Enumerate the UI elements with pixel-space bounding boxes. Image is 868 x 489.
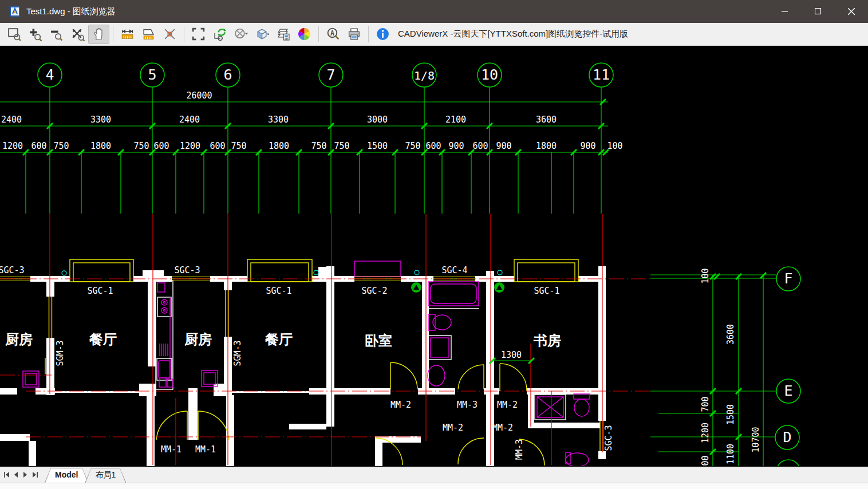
snap-button[interactable] [159,25,180,44]
dim-label: 10700 [751,427,761,452]
toolbar-separator [184,26,184,42]
dim-label: 100 [607,141,622,151]
toolbar-separator [113,26,113,42]
zoom-out-button[interactable] [46,25,67,44]
tag-label: MM-2 [497,400,518,410]
dim-label: 700 [700,396,711,412]
find-text-icon: A [326,27,340,41]
zoom-in-button[interactable] [25,25,46,44]
dim-label: 3000 [367,115,388,125]
disable-entity-button[interactable] [230,25,251,44]
axis-bubble-label: 10 [481,66,498,83]
dim-label: 1800 [269,141,289,151]
measure-area-icon [141,27,156,41]
tag-label: MM-1 [195,444,216,455]
axis-bubble-label: 5 [148,66,156,83]
tag-label: SGC-4 [441,265,467,275]
dim-label: 600 [153,141,169,151]
first-sheet-button[interactable] [2,468,11,481]
marker-circle [415,270,419,275]
dim-label: 900 [496,141,511,151]
zoom-extents-button[interactable] [67,25,88,44]
dim-label: 750 [53,141,69,151]
dim-label: 1800 [536,141,557,151]
dim-label: 3300 [90,115,111,125]
drawing-canvas[interactable]: 2600024003300240033003000210036001200600… [0,46,868,467]
axis-bubble-label: 11 [593,66,610,83]
svg-text:A: A [330,29,334,37]
tag-label: MM-3 [514,439,524,460]
zoom-window-icon [7,27,21,41]
dim-label: 3600 [536,115,557,125]
dim-label: 600 [210,141,225,151]
window-title: Test1.dwg - 图纸浏览器 [26,6,116,17]
measure-area-button[interactable] [138,25,159,44]
find-text-button[interactable]: A [322,25,344,44]
marker-circle [62,271,66,275]
dim-label: 1200 [180,141,200,151]
layers-icon [276,27,290,41]
dim-label: 1500 [725,404,736,425]
dim-label: 2400 [179,115,200,125]
colors-button[interactable] [294,25,315,44]
app-icon [9,6,21,17]
minimize-button[interactable] [768,0,802,23]
toolbar-separator [368,26,369,42]
dim-label: 1200 [700,423,711,443]
pan-icon [92,27,106,41]
pan-button[interactable] [88,25,109,44]
axis-bubble-label: 4 [45,66,54,83]
zoom-extents-icon [70,27,85,41]
view-3d-icon [255,27,269,41]
tag-label: SGM-3 [55,340,65,366]
dim-label: 750 [231,141,246,151]
room-label: 厨房 [184,332,212,348]
marker-circle [498,270,502,275]
room-label: 书房 [533,333,561,349]
measure-length-icon [120,27,135,41]
axis-bubble-label: 1/8 [414,69,435,82]
zoom-window-button[interactable] [3,25,25,44]
next-sheet-button[interactable] [21,468,30,481]
layers-button[interactable] [273,25,294,44]
tag-label: MM-2 [492,423,513,433]
close-button[interactable] [835,0,868,23]
tab-layout1[interactable]: 布局1 [85,468,126,483]
about-button[interactable] [372,25,393,44]
tab-model[interactable]: Model [45,468,88,483]
axis-bubble-label: 6 [223,66,232,83]
last-sheet-button[interactable] [30,468,39,481]
tag-label: MM-3 [457,400,478,410]
tag-label: SGC-3 [174,265,200,275]
move-rotate-button[interactable] [209,25,230,44]
select-window-icon [191,27,206,41]
measure-length-button[interactable] [117,25,138,44]
print-icon [347,27,361,41]
maximize-button[interactable] [802,0,835,23]
status-strip [0,483,868,489]
room-label: 厨房 [5,332,33,348]
print-button[interactable] [344,25,365,44]
dim-label: 2100 [445,115,466,125]
dim-label: 700 [700,455,711,466]
dim-label: 100 [700,268,711,283]
dim-label: 3300 [268,115,289,125]
prev-sheet-button[interactable] [11,468,21,481]
dim-label: 1200 [2,141,23,151]
axis-bubble [776,460,800,466]
about-icon [376,27,390,41]
dim-label: 26000 [186,90,212,101]
dim-label: 1300 [501,350,522,360]
title-bar: Test1.dwg - 图纸浏览器 [0,0,868,23]
tag-label: SGC-3 [603,425,614,451]
dim-label: 750 [311,141,326,151]
dim-label: 900 [580,141,595,151]
room-label: 餐厅 [89,332,117,348]
room-label: 餐厅 [265,332,293,348]
select-window-button[interactable] [188,25,209,44]
marker-circle [314,270,318,275]
tag-label: MM-1 [161,444,182,455]
axis-bubble-label: D [783,429,791,445]
view-3d-button[interactable] [251,25,273,44]
dim-label: 900 [448,141,464,151]
